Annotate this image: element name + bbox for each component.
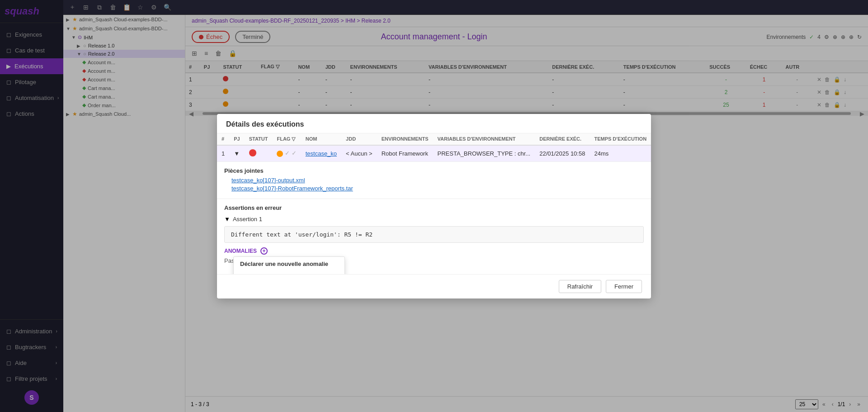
modal-details: Détails des exécutions # PJ STATUT FLAG … (217, 114, 651, 298)
modal-col-flag: FLAG ▽ (272, 133, 301, 145)
modal-row-flag: ✓ ✓ (272, 145, 301, 162)
pieces-jointes-section: Pièces jointes testcase_ko[107]-output.x… (217, 162, 651, 199)
anomaly-add-btn[interactable]: + (260, 247, 268, 255)
file-link-1[interactable]: testcase_ko[107]-output.xml (231, 177, 644, 184)
modal-col-pj: PJ (229, 133, 244, 145)
modal-col-nom: NOM (301, 133, 341, 145)
file-link-2[interactable]: testcase_ko[107]-RobotFramework_reports.… (231, 185, 644, 192)
status-orange-circle (277, 151, 283, 157)
modal-row-last-exec: 22/01/2025 10:58 (535, 145, 590, 162)
modal-col-var-env: VARIABLES D'ENVIRONNEMENT (433, 133, 535, 145)
assertions-title: Assertions en erreur (224, 204, 644, 211)
assertion-label: Assertion 1 (233, 216, 262, 223)
anomalies-row: ANOMALIES + Déclarer une nouvelle anomal… (224, 247, 644, 255)
refresh-button[interactable]: Rafraîchir (559, 280, 601, 293)
modal-row-statut (245, 145, 273, 162)
modal-header: Détails des exécutions (217, 114, 651, 133)
assertion-code: Different text at 'user/login': R5 != R2 (224, 226, 644, 243)
modal-table-row: 1 ▼ ✓ ✓ testcase_ko < Aucu (217, 145, 651, 162)
modal-col-temps: TEMPS D'EXÉCUTION (590, 133, 651, 145)
modal-row-var-env: PRESTA_BROWSER_TYPE : chr... (433, 145, 535, 162)
modal-row-num: 1 (217, 145, 229, 162)
anomaly-dropdown: Déclarer une nouvelle anomalie Rattacher… (233, 256, 345, 274)
modal-col-env: ENVIRONNEMENTS (377, 133, 433, 145)
modal-table: # PJ STATUT FLAG ▽ NOM JDD ENVIRONNEMENT… (217, 133, 651, 162)
testcase-link[interactable]: testcase_ko (306, 150, 337, 157)
modal-col-last-exec: DERNIÈRE EXÉC. (535, 133, 590, 145)
modal-col-jdd: JDD (341, 133, 377, 145)
declare-anomalie-item[interactable]: Déclarer une nouvelle anomalie (234, 257, 344, 271)
modal-overlay: Détails des exécutions # PJ STATUT FLAG … (0, 0, 868, 412)
modal-row-env: Robot Framework (377, 145, 433, 162)
modal-row-jdd: < Aucun > (341, 145, 377, 162)
anomalies-label: ANOMALIES (224, 248, 257, 254)
flag-check2: ✓ (292, 150, 297, 156)
modal-footer: Rafraîchir Fermer (217, 274, 651, 298)
modal-table-body: 1 ▼ ✓ ✓ testcase_ko < Aucu (217, 145, 651, 162)
modal-col-num: # (217, 133, 229, 145)
modal-row-temps: 24ms (590, 145, 651, 162)
flag-check1: ✓ (285, 150, 290, 156)
assertions-section: Assertions en erreur ▼ Assertion 1 Diffe… (217, 199, 651, 274)
assertion-item-1: ▼ Assertion 1 Different text at 'user/lo… (224, 216, 644, 264)
modal-body: # PJ STATUT FLAG ▽ NOM JDD ENVIRONNEMENT… (217, 133, 651, 274)
pieces-jointes-title: Pièces jointes (224, 167, 644, 174)
close-button[interactable]: Fermer (606, 280, 642, 293)
modal-row-expand[interactable]: ▼ (229, 145, 244, 162)
modal-row-nom[interactable]: testcase_ko (301, 145, 341, 162)
modal-col-statut: STATUT (245, 133, 273, 145)
rattacher-anomalie-item[interactable]: Rattacher à une anomalie existante (234, 271, 344, 274)
assertion-expand-icon[interactable]: ▼ (224, 216, 230, 223)
assertion-header[interactable]: ▼ Assertion 1 (224, 216, 644, 223)
modal-table-header-row: # PJ STATUT FLAG ▽ NOM JDD ENVIRONNEMENT… (217, 133, 651, 145)
status-red-circle (249, 149, 256, 156)
modal-title: Détails des exécutions (226, 120, 304, 128)
